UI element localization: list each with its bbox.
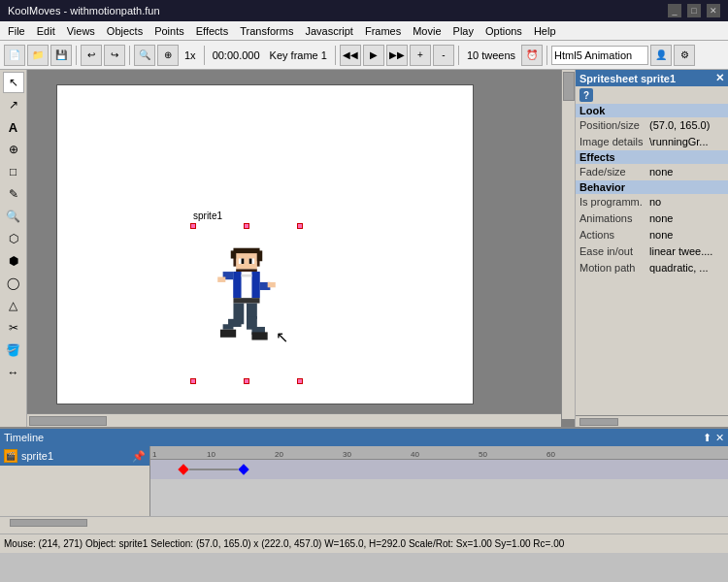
add-frame-button[interactable]: + (410, 45, 431, 66)
time-display: 00:00.000 (209, 49, 264, 61)
panel-scrollbar-thumb[interactable] (579, 418, 618, 426)
tool-subselect[interactable]: ↗ (3, 94, 24, 115)
actions-value: none (649, 228, 724, 242)
svg-rect-17 (268, 282, 276, 287)
svg-rect-27 (257, 250, 262, 261)
handle-bottom-left[interactable] (190, 378, 196, 384)
animation-mode-input[interactable] (551, 46, 648, 65)
image-details-value: \runningGr... (649, 135, 724, 149)
menu-options[interactable]: Options (480, 23, 528, 39)
maximize-button[interactable]: □ (687, 4, 701, 17)
menu-objects[interactable]: Objects (101, 23, 149, 39)
timeline-expand-icon[interactable]: ⬆ (703, 432, 711, 444)
canvas[interactable]: sprite1 (56, 84, 474, 404)
window-controls[interactable]: _ □ ✕ (668, 4, 720, 17)
track-name: sprite1 (21, 450, 128, 462)
panel-header: Spritesheet sprite1 ✕ (576, 70, 728, 86)
motion-path-value: quadratic, ... (649, 261, 724, 275)
menu-points[interactable]: Points (149, 23, 190, 39)
toolbar: 📄 📁 💾 ↩ ↪ 🔍 ⊕ 1x 00:00.000 Key frame 1 ◀… (0, 41, 728, 70)
magnify-button[interactable]: ⊕ (157, 45, 179, 66)
timeline-scrollbar-thumb[interactable] (10, 519, 87, 527)
svg-rect-26 (251, 332, 267, 340)
title-bar: KoolMoves - withmotionpath.fun _ □ ✕ (0, 0, 728, 21)
menu-help[interactable]: Help (528, 23, 562, 39)
svg-rect-3 (236, 269, 257, 272)
handle-top-left[interactable] (190, 223, 196, 229)
timeline-tracks: 🎬 sprite1 📌 (0, 446, 150, 516)
menu-edit[interactable]: Edit (31, 23, 61, 39)
panel-scrollbar[interactable] (576, 415, 728, 427)
save-button[interactable]: 💾 (50, 45, 72, 66)
open-button[interactable]: 📁 (27, 45, 49, 66)
zoom-button[interactable]: 🔍 (134, 45, 155, 66)
timeline-close-icon[interactable]: ✕ (715, 432, 724, 444)
scrollbar-thumb-v[interactable] (563, 72, 575, 101)
timeline-header: Timeline ⬆ ✕ (0, 429, 728, 446)
ease-inout-value: linear twee.... (649, 244, 724, 259)
menu-views[interactable]: Views (61, 23, 101, 39)
scrollbar-thumb-h[interactable] (29, 416, 107, 426)
animations-row: Animations none (576, 210, 728, 227)
sprite-container[interactable]: sprite1 (193, 226, 300, 381)
panel-title: Spritesheet sprite1 (579, 73, 676, 84)
timeline: Timeline ⬆ ✕ 🎬 sprite1 📌 1 10 20 30 40 5… (0, 427, 728, 534)
is-programm-row: Is programm. no (576, 194, 728, 210)
sprite-image (203, 245, 290, 372)
del-frame-button[interactable]: - (433, 45, 454, 66)
tool-select[interactable]: ↖ (3, 72, 24, 93)
new-button[interactable]: 📄 (4, 45, 25, 66)
tool-hex1[interactable]: ⬡ (3, 228, 24, 249)
tool-rect[interactable]: □ (3, 161, 24, 182)
handle-top-right[interactable] (297, 223, 303, 229)
handle-bottom-right[interactable] (297, 378, 303, 384)
tool-ellipse[interactable]: ◯ (3, 273, 24, 294)
clock-button[interactable]: ⏰ (521, 45, 543, 66)
track-row[interactable]: 🎬 sprite1 📌 (0, 446, 149, 466)
timeline-scrollbar[interactable] (0, 516, 728, 528)
canvas-area[interactable]: sprite1 (27, 70, 575, 427)
menu-effects[interactable]: Effects (190, 23, 234, 39)
redo-button[interactable]: ↪ (104, 45, 125, 66)
menu-movie[interactable]: Movie (407, 23, 447, 39)
motion-path-row: Motion path quadratic, ... (576, 260, 728, 276)
panel-close-icon[interactable]: ✕ (715, 72, 724, 84)
tool-pencil[interactable]: ✎ (3, 183, 24, 205)
menu-play[interactable]: Play (447, 23, 480, 39)
undo-button[interactable]: ↩ (81, 45, 102, 66)
tool-triangle[interactable]: △ (3, 295, 24, 316)
svg-rect-11 (233, 272, 241, 298)
tool-transform[interactable]: ↔ (3, 362, 24, 383)
ease-inout-row: Ease in/out linear twee.... (576, 243, 728, 260)
tool-search[interactable]: 🔍 (3, 206, 24, 227)
handle-bottom-mid[interactable] (244, 378, 249, 384)
person-icon-button[interactable]: 👤 (650, 45, 672, 66)
menu-javascript[interactable]: Javascript (299, 23, 359, 39)
timeline-controls[interactable]: ⬆ ✕ (703, 432, 724, 444)
tool-bucket[interactable]: 🪣 (3, 340, 24, 361)
minimize-button[interactable]: _ (668, 4, 681, 17)
frame-track[interactable] (150, 460, 728, 479)
timeline-frames[interactable]: 1 10 20 30 40 50 60 (150, 446, 728, 516)
tool-cut[interactable]: ✂ (3, 317, 24, 339)
effects-section-title: Effects (576, 150, 728, 164)
settings-button[interactable]: ⚙ (674, 45, 695, 66)
track-pin-icon[interactable]: 📌 (132, 449, 146, 463)
tool-zoom[interactable]: ⊕ (3, 139, 24, 160)
timeline-title: Timeline (4, 432, 44, 443)
next-frame-button[interactable]: ▶▶ (386, 45, 408, 66)
svg-rect-28 (242, 275, 252, 277)
tool-text[interactable]: A (3, 116, 24, 138)
menu-file[interactable]: File (2, 23, 31, 39)
play-button[interactable]: ▶ (363, 45, 384, 66)
prev-frame-button[interactable]: ◀◀ (340, 45, 361, 66)
canvas-scrollbar-vertical[interactable] (561, 70, 575, 419)
tool-hex2[interactable]: ⬢ (3, 250, 24, 272)
actions-label: Actions (579, 228, 649, 242)
menu-transforms[interactable]: Transforms (234, 23, 299, 39)
close-button[interactable]: ✕ (707, 4, 720, 17)
menu-frames[interactable]: Frames (359, 23, 407, 39)
help-icon[interactable]: ? (579, 88, 593, 102)
handle-top-mid[interactable] (244, 223, 249, 229)
canvas-scrollbar-horizontal[interactable] (27, 413, 561, 427)
